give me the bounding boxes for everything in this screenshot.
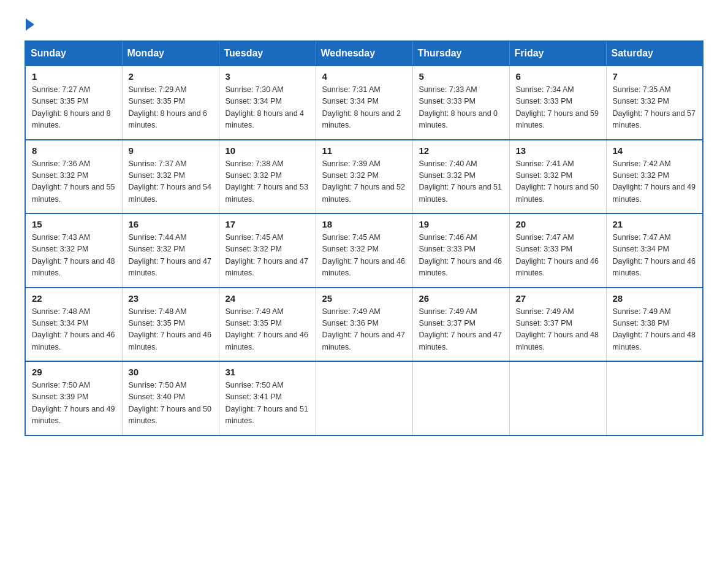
calendar-body: 1 Sunrise: 7:27 AMSunset: 3:35 PMDayligh… [25, 66, 703, 435]
calendar-cell: 24 Sunrise: 7:49 AMSunset: 3:35 PMDaylig… [219, 288, 316, 362]
calendar-cell: 20 Sunrise: 7:47 AMSunset: 3:33 PMDaylig… [509, 213, 606, 288]
day-info: Sunrise: 7:49 AMSunset: 3:36 PMDaylight:… [322, 306, 406, 354]
day-info: Sunrise: 7:45 AMSunset: 3:32 PMDaylight:… [322, 232, 406, 280]
day-info: Sunrise: 7:48 AMSunset: 3:35 PMDaylight:… [129, 306, 213, 354]
day-info: Sunrise: 7:34 AMSunset: 3:33 PMDaylight:… [516, 84, 600, 132]
calendar-cell: 16 Sunrise: 7:44 AMSunset: 3:32 PMDaylig… [122, 213, 219, 288]
calendar-cell: 25 Sunrise: 7:49 AMSunset: 3:36 PMDaylig… [316, 288, 412, 362]
day-number: 12 [419, 145, 503, 156]
day-number: 29 [32, 367, 116, 377]
day-number: 1 [32, 71, 116, 82]
calendar-cell [412, 361, 509, 435]
weekday-header-thursday: Thursday [412, 41, 509, 66]
calendar-week-1: 1 Sunrise: 7:27 AMSunset: 3:35 PMDayligh… [25, 66, 703, 140]
day-info: Sunrise: 7:37 AMSunset: 3:32 PMDaylight:… [129, 158, 213, 206]
day-number: 24 [226, 293, 309, 304]
day-info: Sunrise: 7:42 AMSunset: 3:32 PMDaylight:… [613, 158, 697, 206]
day-info: Sunrise: 7:49 AMSunset: 3:37 PMDaylight:… [419, 306, 503, 354]
day-number: 15 [32, 219, 116, 229]
calendar-cell: 28 Sunrise: 7:49 AMSunset: 3:38 PMDaylig… [606, 288, 703, 362]
day-number: 13 [516, 145, 600, 156]
day-info: Sunrise: 7:27 AMSunset: 3:35 PMDaylight:… [32, 84, 116, 132]
calendar-cell: 4 Sunrise: 7:31 AMSunset: 3:34 PMDayligh… [316, 66, 412, 140]
day-info: Sunrise: 7:35 AMSunset: 3:32 PMDaylight:… [613, 84, 697, 132]
day-number: 27 [516, 293, 600, 304]
day-number: 17 [226, 219, 309, 229]
day-number: 7 [613, 71, 697, 82]
day-number: 3 [226, 71, 309, 82]
calendar-cell: 29 Sunrise: 7:50 AMSunset: 3:39 PMDaylig… [25, 361, 122, 435]
day-info: Sunrise: 7:40 AMSunset: 3:32 PMDaylight:… [419, 158, 503, 206]
calendar-cell: 30 Sunrise: 7:50 AMSunset: 3:40 PMDaylig… [122, 361, 219, 435]
calendar-week-4: 22 Sunrise: 7:48 AMSunset: 3:34 PMDaylig… [25, 288, 703, 362]
day-number: 20 [516, 219, 600, 229]
day-number: 18 [322, 219, 406, 229]
day-info: Sunrise: 7:47 AMSunset: 3:34 PMDaylight:… [613, 232, 697, 280]
day-info: Sunrise: 7:50 AMSunset: 3:40 PMDaylight:… [129, 380, 213, 427]
day-info: Sunrise: 7:50 AMSunset: 3:41 PMDaylight:… [226, 380, 309, 427]
day-number: 31 [226, 367, 309, 377]
day-info: Sunrise: 7:33 AMSunset: 3:33 PMDaylight:… [419, 84, 503, 132]
day-number: 2 [129, 71, 213, 82]
day-info: Sunrise: 7:38 AMSunset: 3:32 PMDaylight:… [226, 158, 309, 206]
calendar-cell: 23 Sunrise: 7:48 AMSunset: 3:35 PMDaylig… [122, 288, 219, 362]
weekday-header-wednesday: Wednesday [316, 41, 412, 66]
weekday-header-tuesday: Tuesday [219, 41, 316, 66]
day-number: 6 [516, 71, 600, 82]
day-info: Sunrise: 7:39 AMSunset: 3:32 PMDaylight:… [322, 158, 406, 206]
calendar-week-2: 8 Sunrise: 7:36 AMSunset: 3:32 PMDayligh… [25, 140, 703, 214]
day-info: Sunrise: 7:31 AMSunset: 3:34 PMDaylight:… [322, 84, 406, 132]
day-info: Sunrise: 7:41 AMSunset: 3:32 PMDaylight:… [516, 158, 600, 206]
day-number: 8 [32, 145, 116, 156]
day-number: 21 [613, 219, 697, 229]
calendar-cell: 15 Sunrise: 7:43 AMSunset: 3:32 PMDaylig… [25, 213, 122, 288]
day-info: Sunrise: 7:50 AMSunset: 3:39 PMDaylight:… [32, 380, 116, 427]
calendar-cell: 2 Sunrise: 7:29 AMSunset: 3:35 PMDayligh… [122, 66, 219, 140]
day-number: 23 [129, 293, 213, 304]
calendar-cell [606, 361, 703, 435]
calendar-week-5: 29 Sunrise: 7:50 AMSunset: 3:39 PMDaylig… [25, 361, 703, 435]
day-info: Sunrise: 7:43 AMSunset: 3:32 PMDaylight:… [32, 232, 116, 280]
logo-arrow-icon [26, 18, 34, 31]
weekday-header-row: SundayMondayTuesdayWednesdayThursdayFrid… [25, 41, 703, 66]
calendar-cell: 8 Sunrise: 7:36 AMSunset: 3:32 PMDayligh… [25, 140, 122, 214]
day-info: Sunrise: 7:46 AMSunset: 3:33 PMDaylight:… [419, 232, 503, 280]
day-info: Sunrise: 7:29 AMSunset: 3:35 PMDaylight:… [129, 84, 213, 132]
day-info: Sunrise: 7:49 AMSunset: 3:38 PMDaylight:… [613, 306, 697, 354]
day-number: 28 [613, 293, 697, 304]
calendar-cell: 10 Sunrise: 7:38 AMSunset: 3:32 PMDaylig… [219, 140, 316, 214]
calendar-cell [509, 361, 606, 435]
day-number: 9 [129, 145, 213, 156]
calendar-cell [316, 361, 412, 435]
calendar-cell: 14 Sunrise: 7:42 AMSunset: 3:32 PMDaylig… [606, 140, 703, 214]
calendar-cell: 26 Sunrise: 7:49 AMSunset: 3:37 PMDaylig… [412, 288, 509, 362]
day-number: 22 [32, 293, 116, 304]
day-number: 11 [322, 145, 406, 156]
calendar-cell: 13 Sunrise: 7:41 AMSunset: 3:32 PMDaylig… [509, 140, 606, 214]
calendar-cell: 9 Sunrise: 7:37 AMSunset: 3:32 PMDayligh… [122, 140, 219, 214]
calendar-cell: 27 Sunrise: 7:49 AMSunset: 3:37 PMDaylig… [509, 288, 606, 362]
day-info: Sunrise: 7:45 AMSunset: 3:32 PMDaylight:… [226, 232, 309, 280]
calendar-cell: 7 Sunrise: 7:35 AMSunset: 3:32 PMDayligh… [606, 66, 703, 140]
calendar-cell: 11 Sunrise: 7:39 AMSunset: 3:32 PMDaylig… [316, 140, 412, 214]
day-number: 16 [129, 219, 213, 229]
weekday-header-monday: Monday [122, 41, 219, 66]
calendar-header: SundayMondayTuesdayWednesdayThursdayFrid… [25, 41, 703, 66]
calendar-cell: 19 Sunrise: 7:46 AMSunset: 3:33 PMDaylig… [412, 213, 509, 288]
day-info: Sunrise: 7:36 AMSunset: 3:32 PMDaylight:… [32, 158, 116, 206]
day-info: Sunrise: 7:48 AMSunset: 3:34 PMDaylight:… [32, 306, 116, 354]
day-info: Sunrise: 7:30 AMSunset: 3:34 PMDaylight:… [226, 84, 309, 132]
day-info: Sunrise: 7:47 AMSunset: 3:33 PMDaylight:… [516, 232, 600, 280]
day-number: 10 [226, 145, 309, 156]
day-info: Sunrise: 7:49 AMSunset: 3:35 PMDaylight:… [226, 306, 309, 354]
page-header [25, 18, 703, 28]
calendar-week-3: 15 Sunrise: 7:43 AMSunset: 3:32 PMDaylig… [25, 213, 703, 288]
day-number: 5 [419, 71, 503, 82]
calendar-cell: 17 Sunrise: 7:45 AMSunset: 3:32 PMDaylig… [219, 213, 316, 288]
day-number: 14 [613, 145, 697, 156]
calendar-cell: 12 Sunrise: 7:40 AMSunset: 3:32 PMDaylig… [412, 140, 509, 214]
weekday-header-saturday: Saturday [606, 41, 703, 66]
calendar-cell: 3 Sunrise: 7:30 AMSunset: 3:34 PMDayligh… [219, 66, 316, 140]
weekday-header-friday: Friday [509, 41, 606, 66]
day-number: 4 [322, 71, 406, 82]
